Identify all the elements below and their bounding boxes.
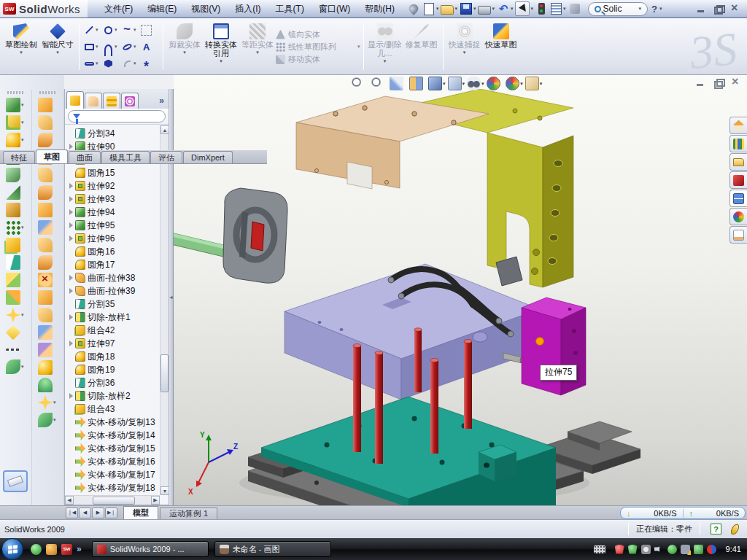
view-tool-dropdown-icon[interactable] [443, 81, 446, 87]
tree-item[interactable]: 实体-移动/复制15 [65, 442, 160, 455]
first-study-button[interactable] [66, 508, 78, 518]
tree-item[interactable]: 圆角19 [65, 363, 160, 376]
tree-item[interactable]: 圆角15 [65, 166, 160, 179]
expand-arrow-icon[interactable] [69, 341, 73, 346]
tree-item[interactable]: 拉伸95 [65, 219, 160, 232]
tree-item[interactable]: 圆角17 [65, 258, 160, 271]
expand-arrow-icon[interactable] [69, 275, 73, 281]
tab-property-manager[interactable] [85, 93, 102, 109]
tab-design-library[interactable] [729, 135, 747, 152]
menu-item[interactable]: 窗口(W) [312, 1, 357, 18]
surface-tool-button[interactable] [36, 272, 59, 288]
vertical-scroll-thumb[interactable] [160, 354, 169, 392]
command-tab[interactable]: 曲面 [69, 151, 101, 163]
surface-tool-button[interactable] [36, 237, 59, 253]
select-dropdown-icon[interactable] [530, 6, 533, 12]
feature-tool-button[interactable] [4, 342, 27, 357]
tray-update-icon[interactable] [641, 545, 651, 554]
tray-messenger-icon[interactable] [667, 545, 677, 554]
tree-item[interactable]: 拉伸96 [65, 232, 160, 245]
keyboard-layout-icon[interactable] [594, 545, 605, 553]
tree-item[interactable]: 分割34 [65, 127, 160, 140]
surface-tool-button[interactable] [36, 377, 59, 393]
command-tab[interactable]: 评估 [150, 151, 182, 163]
view-tool-dropdown-icon[interactable] [520, 81, 523, 87]
tool-dropdown-icon[interactable] [53, 400, 58, 405]
view-tool-dropdown-icon[interactable] [540, 81, 543, 87]
taskbar-clock[interactable]: 9:41 [726, 545, 741, 553]
surface-tool-button[interactable] [36, 167, 59, 183]
pin-icon[interactable] [407, 2, 420, 15]
surface-tool-button[interactable] [36, 254, 59, 271]
feature-tool-button[interactable] [4, 167, 27, 183]
surface-tool-button[interactable] [36, 219, 59, 236]
expand-arrow-icon[interactable] [69, 183, 73, 189]
help-dropdown-icon[interactable] [659, 6, 662, 12]
sketch-entity-button[interactable] [84, 22, 101, 39]
menu-item[interactable]: 插入(I) [228, 1, 267, 18]
surface-tool-button[interactable] [36, 412, 59, 428]
surface-tool-button[interactable] [36, 202, 59, 218]
study-tab[interactable]: 运动算例 1 [160, 508, 217, 519]
save-dropdown-icon[interactable] [473, 6, 476, 12]
tree-item[interactable]: 圆角16 [65, 245, 160, 258]
entity-dropdown-icon[interactable] [115, 27, 117, 33]
smart-dimension-button[interactable]: 智能尺寸 [39, 20, 76, 73]
surface-tool-button[interactable] [36, 394, 59, 411]
tool-dropdown-icon[interactable] [21, 102, 26, 108]
search-box[interactable] [588, 2, 649, 16]
sketch-entity-button[interactable] [122, 22, 139, 39]
tab-view-palette[interactable] [729, 190, 747, 207]
tool-dropdown-icon[interactable] [21, 312, 26, 318]
expand-arrow-icon[interactable] [69, 236, 73, 241]
tray-volume-icon[interactable] [654, 545, 664, 554]
menu-item[interactable]: 帮助(H) [358, 1, 401, 18]
sketch-entity-button[interactable] [103, 22, 120, 39]
surface-tool-button[interactable] [36, 359, 59, 376]
quick-launch-messenger-icon[interactable] [31, 544, 42, 555]
sketch-dropdown-icon[interactable] [20, 50, 23, 55]
feature-tool-button[interactable] [4, 307, 27, 323]
expand-arrow-icon[interactable] [69, 196, 73, 202]
save-icon[interactable] [460, 3, 472, 15]
surface-tool-button[interactable] [36, 289, 59, 306]
feature-tool-button[interactable] [4, 132, 27, 148]
view-tool-button[interactable] [390, 77, 407, 90]
view-tool-button[interactable] [467, 77, 484, 90]
graphics-viewport[interactable]: Y Z X 拉伸75 [174, 75, 747, 505]
sketch-entity-button[interactable] [141, 22, 158, 39]
menu-item[interactable]: 工具(T) [269, 1, 311, 18]
tree-item[interactable]: 曲面-拉伸39 [65, 284, 160, 298]
tool-dropdown-icon[interactable] [53, 417, 58, 423]
tab-configuration-manager[interactable] [103, 93, 120, 109]
scroll-down-icon[interactable]: ▼ [160, 486, 169, 495]
tree-item[interactable]: 拉伸94 [65, 206, 160, 219]
feature-tool-button[interactable] [4, 289, 27, 306]
quick-launch-more-icon[interactable] [77, 544, 82, 554]
top-plate-part[interactable] [296, 96, 489, 189]
collapse-panel-icon[interactable] [169, 294, 172, 300]
scroll-up-icon[interactable]: ▲ [160, 125, 169, 134]
entity-dropdown-icon[interactable] [133, 44, 136, 50]
smart-dimension-dropdown-icon[interactable] [56, 50, 59, 55]
view-tool-button[interactable] [448, 77, 465, 90]
command-tab[interactable]: 模具工具 [101, 151, 150, 163]
view-tool-dropdown-icon[interactable] [462, 81, 465, 87]
surface-tool-button[interactable] [36, 114, 59, 131]
search-dropdown-icon[interactable] [639, 6, 642, 12]
view-tool-button[interactable] [428, 77, 446, 90]
sketch-entity-button[interactable] [84, 39, 101, 55]
view-tool-dropdown-icon[interactable] [481, 81, 484, 87]
expand-arrow-icon[interactable] [69, 222, 73, 228]
feature-tool-button[interactable] [4, 219, 27, 236]
tool-dropdown-icon[interactable] [21, 137, 26, 143]
tree-vertical-scrollbar[interactable]: ▲ ▼ [160, 125, 169, 495]
feature-tool-button[interactable] [4, 359, 27, 375]
tray-defender-icon[interactable] [694, 545, 703, 554]
last-study-button[interactable] [105, 508, 117, 518]
surface-tool-button[interactable] [36, 97, 59, 113]
doc-minimize-button[interactable] [695, 78, 706, 88]
sketch-button[interactable]: 草图绘制 [3, 20, 39, 73]
tree-item[interactable]: 实体-移动/复制18 [65, 481, 160, 494]
sketch-entity-button[interactable] [84, 55, 101, 72]
